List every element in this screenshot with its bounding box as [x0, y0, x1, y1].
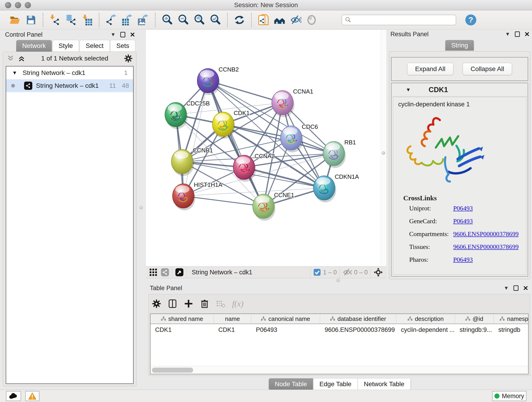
delete-column-icon[interactable] — [200, 299, 209, 308]
column-header-namespace[interactable]: namespace — [494, 314, 529, 324]
network-node-cdc25b[interactable]: CDC25B — [165, 100, 210, 129]
network-list: ▼ String Network – cdk1 1 String Network… — [6, 66, 133, 384]
panel-menu-icon[interactable]: ▼ — [111, 32, 116, 38]
table-cell[interactable]: cyclin-dependent ... — [396, 324, 455, 336]
save-session-icon[interactable] — [24, 13, 38, 27]
gene-entry-header[interactable]: ▼ CDK1 — [392, 83, 528, 96]
zoom-in-icon[interactable] — [161, 13, 174, 27]
pan-crosshair-icon[interactable] — [374, 268, 383, 277]
show-columns-icon[interactable] — [168, 299, 177, 308]
table-panel-splitter-handle[interactable] — [336, 279, 340, 282]
column-header-database-identifier[interactable]: database identifier — [320, 314, 396, 324]
help-icon[interactable]: ? — [465, 14, 476, 26]
scrollbar-thumb[interactable] — [152, 368, 193, 373]
network-options-gear-icon[interactable] — [124, 54, 133, 63]
export-image-icon[interactable] — [137, 13, 150, 27]
tab-select[interactable]: Select — [80, 40, 110, 51]
memory-button[interactable]: Memory — [492, 391, 526, 401]
network-tab-content: 1 of 1 Network selected ▼ String Network… — [3, 51, 137, 386]
table-options-gear-icon[interactable] — [152, 299, 161, 308]
table-cell[interactable]: stringdb — [494, 324, 529, 336]
hide-selected-icon[interactable] — [289, 13, 302, 27]
grid-view-icon[interactable] — [149, 268, 157, 276]
tab-node-table[interactable]: Node Table — [268, 378, 313, 390]
results-panel-splitter-handle[interactable] — [382, 151, 385, 155]
crosslink-link[interactable]: 9606.ENSP00000378699 — [453, 243, 519, 250]
table-horizontal-scrollbar[interactable] — [151, 366, 528, 374]
panel-close-icon[interactable]: ✕ — [130, 31, 135, 38]
import-network-database-icon[interactable] — [64, 13, 78, 27]
crosslink-link[interactable]: P06493 — [453, 256, 473, 263]
export-table-icon[interactable] — [120, 13, 134, 27]
column-header-@id[interactable]: @id — [455, 314, 494, 324]
tab-network[interactable]: Network — [16, 40, 52, 51]
document-network-icon[interactable] — [257, 13, 270, 27]
column-header-canonical-name[interactable]: canonical name — [251, 314, 320, 324]
panel-float-icon[interactable] — [513, 285, 519, 291]
tab-string[interactable]: String — [445, 40, 474, 51]
table-cell[interactable]: CDK1 — [214, 324, 251, 336]
tab-network-table[interactable]: Network Table — [358, 378, 411, 390]
table-cell[interactable]: 9606.ENSP00000378699 — [320, 324, 396, 336]
node-table[interactable]: shared namenamecanonical namedatabase id… — [150, 313, 529, 374]
hidden-eye-icon[interactable] — [342, 268, 352, 277]
home-icon[interactable] — [273, 13, 286, 27]
network-node-ccne1[interactable]: CCNE1 — [253, 191, 294, 221]
collapse-all-icon[interactable] — [7, 55, 14, 62]
entry-collapse-icon[interactable]: ▼ — [406, 87, 411, 93]
tab-edge-table[interactable]: Edge Table — [313, 378, 358, 390]
expand-all-icon[interactable] — [18, 55, 25, 62]
import-table-icon[interactable] — [80, 13, 94, 27]
edge-ccnb2-hist1h1a[interactable] — [183, 81, 208, 196]
tab-sets[interactable]: Sets — [110, 40, 135, 51]
edge-hist1h1a-ccne1[interactable] — [183, 196, 264, 206]
search-input[interactable] — [342, 15, 456, 25]
create-column-icon[interactable] — [184, 299, 193, 308]
crosslink-label: Pharos: — [409, 256, 453, 263]
results-panel-splitter[interactable] — [381, 30, 386, 266]
column-header-name[interactable]: name — [214, 314, 251, 324]
zoom-out-icon[interactable] — [177, 13, 190, 27]
network-view-icon[interactable] — [161, 268, 169, 277]
table-cell[interactable]: P06493 — [251, 324, 320, 336]
panel-float-icon[interactable] — [120, 32, 125, 37]
network-node-hist1h1a[interactable]: HIST1H1A — [172, 181, 222, 211]
zoom-selected-icon[interactable] — [209, 13, 222, 27]
panel-menu-icon[interactable]: ▼ — [504, 285, 509, 291]
export-network-icon[interactable] — [104, 13, 118, 27]
column-header-description[interactable]: description — [396, 314, 455, 324]
refresh-icon[interactable] — [233, 13, 246, 27]
expand-all-button[interactable]: Expand All — [407, 63, 453, 75]
open-session-icon[interactable] — [8, 13, 22, 27]
panel-close-icon[interactable]: ✕ — [525, 31, 530, 38]
panel-float-icon[interactable] — [515, 32, 520, 37]
collection-expand-icon[interactable]: ▼ — [12, 70, 17, 76]
network-node-rb1[interactable]: RB1 — [323, 139, 356, 168]
column-header-shared-name[interactable]: shared name — [151, 314, 214, 324]
zoom-fit-icon[interactable] — [193, 13, 206, 27]
table-cell[interactable]: CDK1 — [151, 324, 214, 336]
warning-button[interactable] — [25, 391, 39, 401]
birds-eye-view-icon[interactable] — [175, 268, 184, 277]
network-node-cdk1[interactable]: CDK1 — [212, 109, 249, 139]
network-node-ccnb2[interactable]: CCNB2 — [197, 66, 239, 95]
crosslink-link[interactable]: P06493 — [453, 205, 473, 212]
collapse-all-button[interactable]: Collapse All — [462, 63, 512, 75]
crosslink-link[interactable]: 9606.ENSP00000378699 — [453, 230, 519, 238]
panel-menu-icon[interactable]: ▼ — [505, 31, 510, 37]
network-row[interactable]: String Network – cdk1 11 48 — [6, 79, 133, 92]
selected-checkbox-icon[interactable] — [313, 269, 321, 276]
tab-style[interactable]: Style — [52, 40, 79, 51]
network-collection-row[interactable]: ▼ String Network – cdk1 1 — [6, 66, 133, 79]
table-panel: Table Panel ▼ ✕ f(x) shared namenamecano… — [148, 283, 531, 389]
import-network-icon[interactable] — [48, 13, 62, 27]
network-canvas[interactable]: CCNB2CCNA1CDC25BCDK1CDC6RB1CCNB1CCNA2CDK… — [146, 30, 381, 266]
control-panel-splitter-handle[interactable] — [139, 206, 143, 209]
panel-close-icon[interactable]: ✕ — [523, 284, 528, 292]
cloud-status-button[interactable] — [6, 391, 21, 401]
show-all-icon[interactable] — [305, 13, 318, 27]
crosslink-link[interactable]: P06493 — [453, 217, 473, 225]
toolbar-separator — [251, 13, 252, 27]
network-node-cdkn1a[interactable]: CDKN1A — [313, 173, 359, 202]
table-cell[interactable]: stringdb:9... — [455, 324, 494, 336]
